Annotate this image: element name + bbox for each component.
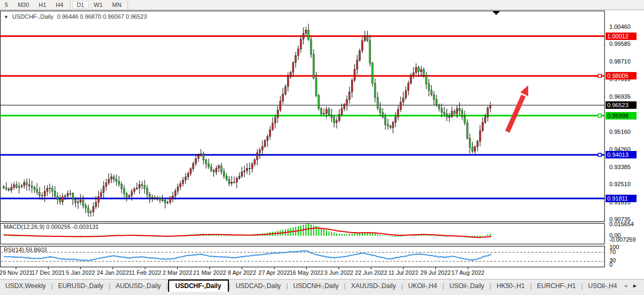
price-tick-label: 0.96935: [609, 93, 631, 100]
candle-body: [274, 117, 276, 123]
candle-body: [285, 86, 287, 94]
date-tick-label: 11 Jul 2022: [388, 269, 418, 276]
macd-histogram-bar: [382, 235, 383, 236]
candlestick-plot[interactable]: [0, 0, 605, 279]
date-tick-label: 29 Jul 2022: [420, 269, 451, 276]
macd-histogram-bar: [3, 236, 4, 236]
candle-body: [123, 189, 125, 194]
price-tick-label: 1.00460: [609, 23, 631, 30]
candle-body: [328, 109, 330, 115]
tab-usdcad-daily[interactable]: USDCAD-,Daily: [230, 280, 287, 291]
candle-body: [287, 77, 289, 86]
candle-body: [54, 192, 56, 196]
tab-eurchf-h1[interactable]: EURCHF-,H1: [532, 280, 582, 291]
chart-header: ▼ USDCHF-,Daily 0.96446 0.96870 0.96067 …: [4, 13, 147, 20]
candle-body: [377, 98, 378, 108]
macd-histogram-bar: [339, 234, 340, 236]
candle-body: [449, 117, 450, 117]
price-tick-label: 0.95160: [609, 129, 631, 135]
candle-body: [80, 200, 82, 202]
trend-arrow-shaft[interactable]: [507, 95, 523, 132]
candle-body: [182, 180, 184, 184]
price-level-badge: 0.94013: [606, 151, 637, 158]
candle-body: [264, 141, 266, 147]
candle-body: [454, 111, 455, 114]
macd-histogram-bar: [375, 234, 376, 236]
candle-body: [23, 182, 25, 186]
tab-usdchf-daily[interactable]: USDCHF-,Daily: [168, 280, 229, 292]
candle-body: [400, 102, 402, 110]
macd-histogram-bar: [323, 229, 324, 236]
candle-body: [16, 185, 18, 188]
candle-body: [397, 109, 399, 117]
tab-usdx-weekly[interactable]: USDX,Weekly: [0, 280, 51, 291]
macd-histogram-bar: [331, 232, 332, 236]
date-tick-label: 21 Mar 2022: [193, 269, 226, 276]
candle-body: [157, 198, 158, 198]
candle-body: [387, 124, 389, 126]
hline-handle[interactable]: [598, 153, 601, 156]
candle-body: [300, 39, 301, 49]
candle-body: [65, 196, 66, 197]
candle-body: [382, 113, 384, 117]
candle-body: [318, 95, 320, 108]
candle-body: [254, 160, 256, 164]
candle-body: [362, 41, 363, 51]
candle-body: [67, 193, 69, 196]
candle-body: [174, 191, 176, 196]
candle-body: [451, 111, 453, 117]
hline-handle[interactable]: [598, 114, 601, 117]
macd-histogram-bar: [313, 225, 314, 236]
mt4-chart-window: { "toolbar":{"groups":[["5","M30","H1","…: [0, 0, 644, 295]
candle-body: [418, 67, 419, 71]
tab-hk50-h1[interactable]: HK50-,H1: [491, 280, 530, 291]
panel-border: [1, 246, 605, 267]
candle-body: [3, 186, 5, 188]
candle-body: [228, 179, 230, 183]
candle-body: [126, 194, 128, 197]
candle-body: [346, 100, 348, 105]
candle-body: [129, 196, 130, 197]
tab-usoil-daily[interactable]: USOil-,Daily: [444, 280, 489, 291]
symbol-tabbar: USDX,Weekly|EURUSD-,Daily|AUDUSD-,Daily|…: [0, 279, 644, 295]
chart-area[interactable]: ▼ USDCHF-,Daily 0.96446 0.96870 0.96067 …: [0, 0, 644, 279]
candle-body: [351, 80, 353, 92]
candle-body: [474, 147, 476, 151]
candle-body: [113, 177, 115, 179]
candle-body: [44, 192, 45, 196]
macd-histogram-bar: [356, 233, 357, 236]
macd-histogram-bar: [352, 234, 353, 236]
candle-body: [85, 206, 86, 208]
chevron-down-icon[interactable]: ▼: [4, 14, 9, 20]
candle-body: [244, 171, 245, 172]
macd-histogram-bar: [329, 232, 330, 236]
tab-usoil-h4[interactable]: USOil-,H4: [583, 280, 622, 291]
candle-body: [133, 189, 135, 192]
tab-eurusd-daily[interactable]: EURUSD-,Daily: [53, 280, 109, 291]
scroll-position-marker-icon[interactable]: [492, 11, 500, 15]
candle-body: [267, 137, 268, 141]
candle-body: [490, 106, 491, 108]
candle-body: [443, 113, 445, 114]
candle-body: [46, 188, 48, 192]
candle-body: [231, 182, 233, 184]
candle-body: [349, 92, 351, 99]
macd-histogram-bar: [349, 234, 350, 236]
candle-body: [136, 188, 138, 189]
macd-histogram-bar: [11, 236, 12, 236]
tab-scroll-right-icon[interactable]: ►: [632, 283, 638, 289]
candle-body: [249, 168, 250, 169]
macd-histogram-bar: [9, 236, 10, 236]
tab-audusd-daily[interactable]: AUDUSD-,Daily: [110, 280, 166, 291]
candle-body: [441, 108, 442, 112]
candle-body: [59, 200, 61, 202]
tab-ukoil-h4[interactable]: UKOil-,H4: [403, 280, 442, 291]
candle-body: [88, 208, 89, 213]
candle-body: [325, 109, 327, 114]
tab-scroll-left-icon[interactable]: ◄: [623, 283, 628, 289]
candle-body: [323, 114, 325, 114]
tab-xauusd-daily[interactable]: XAUUSD-,Daily: [346, 280, 401, 291]
hline-handle[interactable]: [598, 74, 601, 77]
tab-usdcnh-daily[interactable]: USDCNH-,Daily: [288, 280, 344, 291]
candle-body: [321, 108, 322, 114]
